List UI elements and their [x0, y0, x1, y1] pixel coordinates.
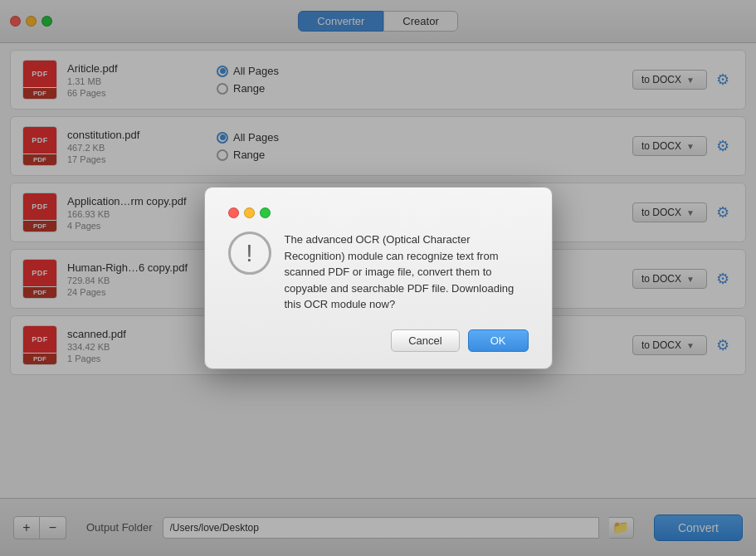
cancel-button[interactable]: Cancel	[391, 329, 459, 352]
dialog-maximize-button[interactable]	[260, 207, 271, 218]
dialog-actions: Cancel OK	[228, 329, 529, 352]
dialog-traffic-lights	[228, 207, 529, 218]
dialog-overlay: ! The advanced OCR (Optical Character Re…	[0, 0, 756, 556]
alert-icon: !	[228, 232, 271, 275]
dialog-body: ! The advanced OCR (Optical Character Re…	[228, 232, 529, 313]
dialog-minimize-button[interactable]	[244, 207, 255, 218]
ok-button[interactable]: OK	[468, 329, 529, 352]
dialog-message: The advanced OCR (Optical Character Reco…	[285, 232, 529, 313]
dialog-close-button[interactable]	[228, 207, 239, 218]
ocr-dialog: ! The advanced OCR (Optical Character Re…	[204, 187, 553, 369]
